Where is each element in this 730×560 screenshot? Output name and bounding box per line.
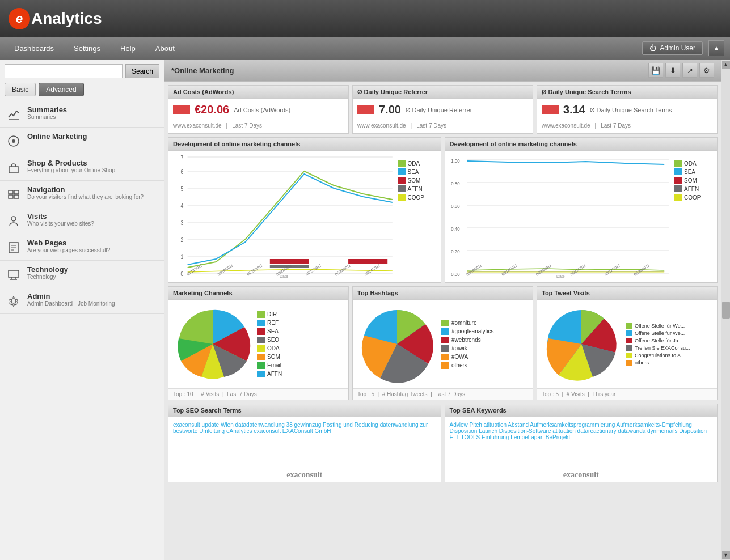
ad-costs-period: Last 7 Days — [232, 122, 262, 129]
sea-header: Top SEA Keywords — [445, 404, 718, 417]
pie2-webtrends: #webtrends — [441, 337, 494, 343]
nav-help[interactable]: Help — [112, 41, 144, 56]
sidebar-item-webpages[interactable]: Web Pages Are your web pages successfull… — [0, 234, 164, 261]
sidebar-item-technology[interactable]: Technology Technology — [0, 261, 164, 287]
chart2-legend-coop: COOP — [674, 194, 714, 201]
seo-logo2: exaconsult — [445, 468, 718, 482]
technology-sub: Technology — [27, 274, 68, 280]
seo-text: exaconsult update Wien datadatenwandlung… — [173, 422, 428, 434]
pie2-googleanalytics: #googleanalytics — [441, 328, 494, 335]
share-tool[interactable]: ↗ — [682, 63, 697, 78]
chart2-legend-oda: ODA — [674, 160, 714, 167]
chart2-area: 0.00 0.20 0.40 0.60 0.80 1.00 — [449, 154, 674, 279]
svg-text:08/24/2011: 08/24/2011 — [364, 263, 381, 277]
referrer-footer: www.exaconsult.de | Last 7 Days — [357, 120, 528, 129]
svg-text:5: 5 — [181, 186, 184, 192]
visits-title: Visits — [27, 212, 94, 220]
nav-about[interactable]: About — [147, 41, 183, 56]
collapse-button[interactable]: ▲ — [708, 40, 724, 56]
visits-text: Visits Who visits your web sites? — [27, 212, 94, 227]
scroll-down[interactable]: ▼ — [722, 551, 730, 559]
sidebar-item-admin[interactable]: Admin Admin Dashboard - Job Monitoring — [0, 287, 164, 314]
navigation-text: Navigation Do your visitors find what th… — [27, 185, 144, 200]
admin-button[interactable]: ⏻ Admin User — [642, 41, 703, 55]
search-terms-period: Last 7 Days — [601, 122, 631, 129]
right-scrollbar[interactable]: ▲ ▼ — [721, 60, 730, 560]
technology-text: Technology Technology — [27, 265, 68, 280]
pie2-body: #omniture #googleanalytics #webtrends #p… — [353, 300, 533, 388]
ad-costs-header: Ad Costs (AdWords) — [168, 86, 348, 99]
seo-header: Top SEO Search Terms — [168, 404, 441, 417]
logo-text: Analytics — [31, 10, 102, 28]
search-terms-site: www.exaconsult.de — [542, 122, 590, 129]
pie3-body: Offene Stelle für We... Offene Stelle fü… — [537, 300, 717, 388]
save-tool[interactable]: 💾 — [648, 63, 663, 78]
pie3-chart — [542, 304, 621, 384]
seo-body: exaconsult update Wien datadatenwandlung… — [168, 417, 441, 468]
webpages-sub: Are your web pages successfull? — [27, 247, 110, 253]
shop-icon — [6, 160, 22, 176]
metrics-row: Ad Costs (AdWords) €20.06 Ad Costs (AdWo… — [164, 82, 721, 137]
tab-basic[interactable]: Basic — [5, 83, 36, 96]
navigation-sub: Do your visitors find what they are look… — [27, 194, 144, 200]
chart2-legend-affn: AFFN — [674, 185, 714, 192]
svg-rect-5 — [14, 190, 19, 194]
seo-sea-row: Top SEO Search Terms exaconsult update W… — [164, 404, 721, 486]
pie2-header: Top Hashtags — [353, 287, 533, 300]
pie1-seo: SEO — [257, 337, 282, 343]
pie3-congratulations: Congratulations to A... — [626, 353, 690, 358]
pie1-body: DIR REF SEA SEO ODA SOM Email AFFN — [168, 300, 348, 388]
search-terms-label: Ø Daily Unique Search Terms — [590, 107, 672, 113]
pie1-header: Marketing Channels — [168, 287, 348, 300]
sidebar-item-summaries[interactable]: Summaries Summaries — [0, 101, 164, 128]
pie1-chart — [173, 304, 252, 384]
pie1-sea: SEA — [257, 328, 282, 335]
nav-dashboards[interactable]: Dashboards — [6, 41, 62, 56]
chart2-widget: Development of online marketing channels… — [445, 137, 718, 283]
search-input[interactable] — [5, 64, 123, 78]
ad-costs-value: €20.06 — [195, 103, 229, 116]
nav-items: Dashboards Settings Help About — [6, 41, 183, 56]
ad-costs-widget: Ad Costs (AdWords) €20.06 Ad Costs (AdWo… — [168, 85, 349, 134]
svg-text:2: 2 — [181, 237, 184, 243]
search-button[interactable]: Search — [125, 64, 159, 78]
admin-icon — [6, 293, 22, 309]
summaries-icon — [6, 107, 22, 122]
pie3-header: Top Tweet Visits — [537, 287, 717, 300]
scroll-up[interactable]: ▲ — [722, 61, 730, 69]
referrer-sep: | — [411, 122, 412, 129]
sidebar-item-online-marketing[interactable]: Online Marketing — [0, 128, 164, 154]
daily-referrer-widget: Ø Daily Unique Referrer 7.00 Ø Daily Uni… — [352, 85, 533, 134]
pie1-footer: Top : 10 | # Visits | Last 7 Days — [168, 388, 348, 400]
tab-advanced[interactable]: Advanced — [39, 83, 83, 96]
pie3-item3: Offene Stelle für Ja... — [626, 338, 690, 343]
pie-charts-row: Marketing Channels DIR REF — [164, 286, 721, 404]
svg-point-8 — [11, 217, 16, 221]
settings-tool[interactable]: ⚙ — [699, 63, 714, 78]
seo-widget: Top SEO Search Terms exaconsult update W… — [168, 404, 441, 482]
pie2-others: others — [441, 362, 494, 369]
download-tool[interactable]: ⬇ — [665, 63, 680, 78]
svg-text:3: 3 — [181, 220, 184, 226]
sidebar-item-navigation[interactable]: Navigation Do your visitors find what th… — [0, 181, 164, 207]
content-tools: 💾 ⬇ ↗ ⚙ — [648, 63, 714, 78]
daily-referrer-header: Ø Daily Unique Referrer — [353, 86, 533, 99]
chart1-body: 0 1 2 3 4 5 6 7 — [168, 151, 441, 282]
chart2-legend: ODA SEA SOM AFFN COOP — [674, 154, 714, 279]
pie2-omniture: #omniture — [441, 320, 494, 326]
sidebar-item-visits[interactable]: Visits Who visits your web sites? — [0, 207, 164, 234]
scroll-thumb[interactable] — [722, 302, 730, 319]
search-terms-header: Ø Daily Unique Search Terrms — [537, 86, 717, 99]
pie1-oda: ODA — [257, 345, 282, 352]
ad-costs-bar — [173, 105, 190, 114]
sidebar-tabs: Basic Advanced — [0, 83, 164, 96]
pie2-owa: #OWA — [441, 354, 494, 360]
legend-coop: COOP — [398, 194, 437, 201]
nav-settings[interactable]: Settings — [65, 41, 109, 56]
pie2-piwik: #piwik — [441, 345, 494, 352]
svg-text:Date: Date — [280, 274, 288, 279]
svg-rect-13 — [9, 270, 19, 277]
sidebar-item-shop[interactable]: Shop & Products Everything about your On… — [0, 154, 164, 181]
technology-title: Technology — [27, 265, 68, 274]
search-terms-bar — [542, 105, 559, 114]
